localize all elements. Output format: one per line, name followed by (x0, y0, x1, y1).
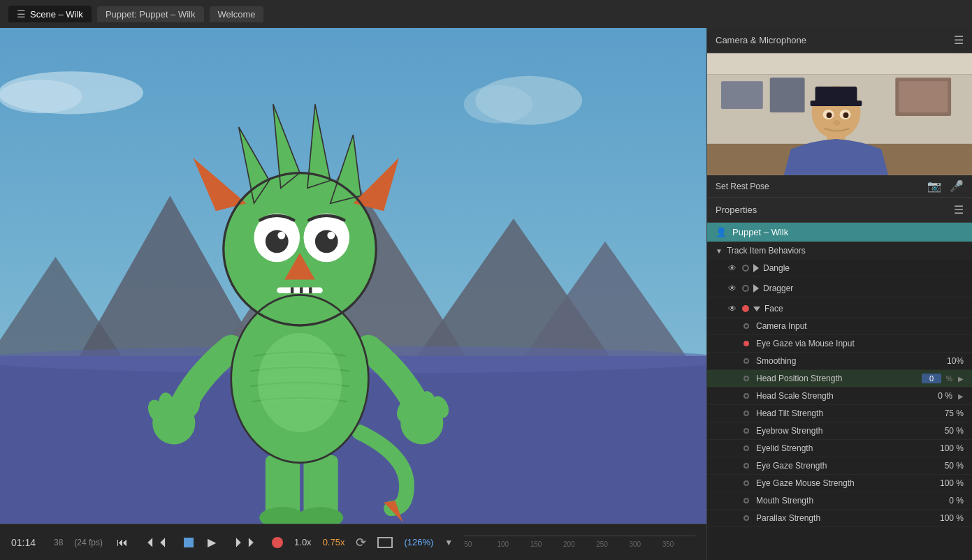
svg-point-64 (827, 112, 832, 118)
viewport-canvas[interactable] (0, 28, 706, 524)
face-eye-icon: 👁 (728, 304, 738, 314)
camera-input-dot (743, 323, 749, 329)
speed2-display[interactable]: 0.75x (323, 537, 345, 547)
fps-display: (24 fps) (74, 538, 103, 547)
behavior-eyelid-row[interactable]: Eyelid Strength 100 % (707, 440, 972, 457)
behavior-mouth-strength-row[interactable]: Mouth Strength 0 % (707, 492, 972, 510)
play-button[interactable]: ▶ (205, 533, 219, 552)
behavior-eye-gaze-mouse-row[interactable]: Eye Gaze via Mouse Input (707, 335, 972, 353)
camera-controls: Set Rest Pose 📷 🎤 (707, 175, 972, 198)
head-tilt-value: 75 % (937, 408, 964, 418)
eye-gaze-mouse-strength-dot (743, 480, 749, 486)
eyelid-label: Eyelid Strength (756, 443, 933, 453)
svg-rect-30 (291, 287, 293, 293)
svg-point-4 (464, 85, 532, 124)
camera-menu-icon[interactable]: ☰ (954, 34, 964, 47)
section-arrow-down-icon: ▼ (716, 247, 723, 255)
mouth-strength-dot (743, 498, 749, 503)
properties-header: Properties ☰ (707, 198, 972, 223)
behavior-eye-gaze-strength-row[interactable]: Eye Gaze Strength 50 % (707, 457, 972, 475)
behavior-dangle-row[interactable]: 👁 Dangle (707, 260, 972, 277)
microphone-icon[interactable]: 🎤 (950, 179, 964, 193)
tab-scene-label: Scene – Wilk (30, 9, 83, 20)
behavior-head-position-row[interactable]: Head Position Strength 0 % ▶ (707, 370, 972, 388)
camera-title: Camera & Microphone (716, 35, 806, 45)
svg-point-25 (315, 230, 338, 253)
svg-rect-31 (300, 287, 303, 293)
ruler-tick-350: 350 (662, 540, 695, 548)
camera-feed (707, 53, 972, 175)
dangle-expand-icon[interactable] (753, 264, 759, 272)
face-label: Face (764, 304, 964, 314)
eye-gaze-mouse-label: Eye Gaze via Mouse Input (756, 339, 964, 348)
zoom-arrow-icon[interactable]: ▼ (444, 538, 453, 547)
svg-point-24 (266, 230, 289, 253)
refresh-button[interactable]: ⟳ (356, 535, 366, 550)
properties-panel[interactable]: Properties ☰ 👤 Puppet – Wilk ▼ Track Ite… (707, 198, 972, 560)
zoom-box[interactable] (377, 537, 393, 548)
eye-gaze-mouse-dot (743, 341, 749, 346)
puppet-item-row[interactable]: 👤 Puppet – Wilk (707, 223, 972, 242)
dragger-expand-icon[interactable] (753, 284, 759, 293)
properties-title: Properties (716, 205, 757, 215)
svg-point-2 (0, 80, 82, 113)
head-scale-value: 0 % (926, 391, 952, 401)
tab-scene[interactable]: ☰ Scene – Wilk (8, 6, 92, 22)
properties-menu-icon[interactable]: ☰ (954, 203, 964, 216)
ruler-tick-200: 200 (563, 540, 596, 548)
puppet-user-icon: 👤 (716, 227, 727, 237)
behavior-camera-input-row[interactable]: Camera Input (707, 318, 972, 335)
speed1-display[interactable]: 1.0x (294, 537, 312, 547)
head-position-arrow-icon: ▶ (958, 375, 964, 383)
behavior-eye-gaze-mouse-strength-row[interactable]: Eye Gaze Mouse Strength 100 % (707, 475, 972, 492)
eyebrow-label: Eyebrow Strength (756, 426, 933, 436)
tab-puppet[interactable]: Puppet: Puppet – Wilk (97, 6, 204, 22)
head-position-dot (743, 376, 749, 381)
eyelid-value: 100 % (937, 443, 964, 453)
svg-rect-56 (770, 78, 805, 112)
eyebrow-dot (743, 428, 749, 434)
dangle-eye-icon: 👁 (728, 263, 738, 273)
transport-bar: 01:14 38 (24 fps) ⏮ ⏴⏴ ▶ ⏵⏵ 1.0x 0.75x ⟳… (0, 524, 706, 560)
parallax-dot (743, 515, 749, 521)
behavior-head-scale-row[interactable]: Head Scale Strength 0 % ▶ (707, 388, 972, 405)
behavior-eyebrow-row[interactable]: Eyebrow Strength 50 % (707, 422, 972, 440)
ruler-tick-50: 50 (464, 540, 497, 548)
dragger-label: Dragger (763, 283, 964, 293)
camera-section: Camera & Microphone ☰ (707, 28, 972, 198)
head-position-value: 0 (922, 374, 941, 383)
behavior-head-tilt-row[interactable]: Head Tilt Strength 75 % (707, 405, 972, 422)
svg-rect-51 (707, 53, 972, 74)
tab-welcome[interactable]: Welcome (210, 6, 264, 22)
skip-back-button[interactable]: ⏮ (114, 533, 131, 552)
eyelid-dot (743, 445, 749, 451)
stop-button[interactable] (184, 538, 194, 547)
parallax-label: Parallax Strength (756, 513, 933, 523)
parallax-value: 100 % (937, 513, 964, 523)
behavior-dragger-row[interactable]: 👁 Dragger (707, 280, 972, 297)
smoothing-dot (743, 358, 749, 364)
time-display: 01:14 (11, 537, 43, 548)
behavior-parallax-row[interactable]: Parallax Strength 100 % (707, 510, 972, 527)
svg-rect-60 (811, 101, 862, 106)
puppet-name-label: Puppet – Wilk (732, 227, 788, 237)
camera-header: Camera & Microphone ☰ (707, 28, 972, 53)
step-back-button[interactable]: ⏴⏴ (142, 532, 173, 552)
set-rest-pose-button[interactable]: Set Rest Pose (716, 182, 769, 191)
right-panel: Camera & Microphone ☰ (706, 28, 972, 560)
zoom-display[interactable]: (126%) (404, 537, 433, 547)
camera-input-label: Camera Input (756, 321, 964, 331)
record-button[interactable] (272, 537, 283, 548)
head-scale-arrow-icon: ▶ (958, 392, 964, 400)
dragger-eye-icon: 👁 (728, 283, 738, 293)
behavior-smoothing-row[interactable]: Smoothing 10% (707, 353, 972, 370)
timeline-ruler: 50 100 150 200 250 300 350 (464, 536, 695, 550)
step-forward-button[interactable]: ⏵⏵ (230, 532, 261, 552)
camera-icon[interactable]: 📷 (927, 179, 941, 193)
face-expand-icon[interactable] (753, 307, 760, 311)
svg-point-65 (843, 112, 848, 118)
head-tilt-label: Head Tilt Strength (756, 408, 933, 418)
behavior-face-row[interactable]: 👁 Face (707, 300, 972, 318)
track-item-behaviors-header[interactable]: ▼ Track Item Behaviors (707, 242, 972, 260)
eye-gaze-mouse-strength-label: Eye Gaze Mouse Strength (756, 478, 933, 488)
